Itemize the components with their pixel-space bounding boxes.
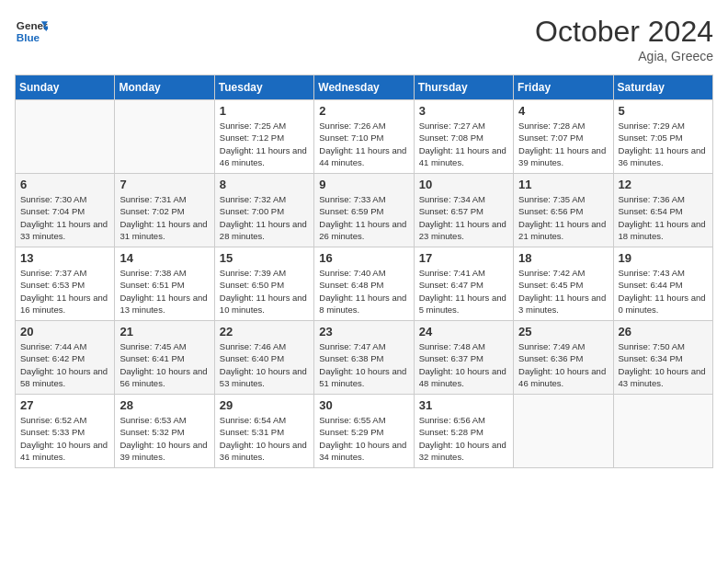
day-header-thursday: Thursday <box>414 75 513 100</box>
day-info: Sunrise: 7:33 AM Sunset: 6:59 PM Dayligh… <box>319 193 408 242</box>
day-number: 16 <box>319 251 408 265</box>
day-cell: 2Sunrise: 7:26 AM Sunset: 7:10 PM Daylig… <box>314 100 414 174</box>
day-info: Sunrise: 7:34 AM Sunset: 6:57 PM Dayligh… <box>419 193 508 242</box>
day-number: 9 <box>319 178 408 191</box>
day-number: 6 <box>20 178 109 191</box>
day-header-wednesday: Wednesday <box>314 75 414 100</box>
day-cell: 10Sunrise: 7:34 AM Sunset: 6:57 PM Dayli… <box>414 174 513 247</box>
day-number: 14 <box>119 251 209 265</box>
day-number: 27 <box>20 398 109 412</box>
day-cell: 30Sunrise: 6:55 AM Sunset: 5:29 PM Dayli… <box>314 395 414 468</box>
day-info: Sunrise: 7:35 AM Sunset: 6:56 PM Dayligh… <box>518 193 608 242</box>
page-header: General Blue October 2024 Agia, Greece <box>15 15 713 63</box>
day-info: Sunrise: 7:44 AM Sunset: 6:42 PM Dayligh… <box>20 340 109 389</box>
day-number: 13 <box>20 251 109 265</box>
day-cell <box>613 395 712 468</box>
day-number: 22 <box>220 325 309 339</box>
day-cell: 12Sunrise: 7:36 AM Sunset: 6:54 PM Dayli… <box>613 174 712 247</box>
day-cell: 28Sunrise: 6:53 AM Sunset: 5:32 PM Dayli… <box>115 395 214 468</box>
day-number: 21 <box>119 325 209 339</box>
day-cell <box>514 395 613 468</box>
day-header-friday: Friday <box>514 75 613 100</box>
day-number: 25 <box>518 325 608 339</box>
day-number: 15 <box>220 251 309 265</box>
day-number: 23 <box>319 325 408 339</box>
day-info: Sunrise: 7:27 AM Sunset: 7:08 PM Dayligh… <box>419 120 508 168</box>
day-info: Sunrise: 7:46 AM Sunset: 6:40 PM Dayligh… <box>220 340 309 389</box>
day-info: Sunrise: 7:38 AM Sunset: 6:51 PM Dayligh… <box>119 267 209 316</box>
day-number: 29 <box>220 398 309 412</box>
day-info: Sunrise: 6:53 AM Sunset: 5:32 PM Dayligh… <box>119 414 209 463</box>
title-block: October 2024 Agia, Greece <box>535 15 713 63</box>
day-number: 4 <box>518 104 608 118</box>
day-number: 19 <box>619 251 708 265</box>
day-number: 26 <box>619 325 708 339</box>
day-info: Sunrise: 7:31 AM Sunset: 7:02 PM Dayligh… <box>119 193 209 242</box>
day-cell: 11Sunrise: 7:35 AM Sunset: 6:56 PM Dayli… <box>514 174 613 247</box>
day-number: 12 <box>619 178 708 191</box>
day-cell: 16Sunrise: 7:40 AM Sunset: 6:48 PM Dayli… <box>314 247 414 321</box>
calendar-table: SundayMondayTuesdayWednesdayThursdayFrid… <box>15 75 713 468</box>
day-number: 17 <box>419 251 508 265</box>
day-info: Sunrise: 7:47 AM Sunset: 6:38 PM Dayligh… <box>319 340 408 389</box>
day-cell: 27Sunrise: 6:52 AM Sunset: 5:33 PM Dayli… <box>16 395 115 468</box>
day-number: 30 <box>319 398 408 412</box>
day-cell: 15Sunrise: 7:39 AM Sunset: 6:50 PM Dayli… <box>214 247 313 321</box>
day-number: 24 <box>419 325 508 339</box>
day-info: Sunrise: 7:42 AM Sunset: 6:45 PM Dayligh… <box>518 267 608 316</box>
day-header-sunday: Sunday <box>16 75 115 100</box>
day-cell: 25Sunrise: 7:49 AM Sunset: 6:36 PM Dayli… <box>514 321 613 395</box>
day-cell: 14Sunrise: 7:38 AM Sunset: 6:51 PM Dayli… <box>115 247 214 321</box>
day-cell: 9Sunrise: 7:33 AM Sunset: 6:59 PM Daylig… <box>314 174 414 247</box>
day-info: Sunrise: 7:30 AM Sunset: 7:04 PM Dayligh… <box>20 193 109 242</box>
day-cell: 23Sunrise: 7:47 AM Sunset: 6:38 PM Dayli… <box>314 321 414 395</box>
day-number: 18 <box>518 251 608 265</box>
day-number: 31 <box>419 398 508 412</box>
day-info: Sunrise: 7:50 AM Sunset: 6:34 PM Dayligh… <box>619 340 708 389</box>
day-number: 2 <box>319 104 408 118</box>
day-info: Sunrise: 6:55 AM Sunset: 5:29 PM Dayligh… <box>319 414 408 463</box>
week-row-2: 6Sunrise: 7:30 AM Sunset: 7:04 PM Daylig… <box>16 174 713 247</box>
day-cell: 20Sunrise: 7:44 AM Sunset: 6:42 PM Dayli… <box>16 321 115 395</box>
day-info: Sunrise: 7:49 AM Sunset: 6:36 PM Dayligh… <box>518 340 608 389</box>
day-info: Sunrise: 7:40 AM Sunset: 6:48 PM Dayligh… <box>319 267 408 316</box>
day-header-saturday: Saturday <box>613 75 712 100</box>
day-number: 10 <box>419 178 508 191</box>
day-info: Sunrise: 7:39 AM Sunset: 6:50 PM Dayligh… <box>220 267 309 316</box>
day-info: Sunrise: 6:52 AM Sunset: 5:33 PM Dayligh… <box>20 414 109 463</box>
day-info: Sunrise: 7:29 AM Sunset: 7:05 PM Dayligh… <box>619 120 708 168</box>
day-info: Sunrise: 7:43 AM Sunset: 6:44 PM Dayligh… <box>619 267 708 316</box>
day-info: Sunrise: 7:32 AM Sunset: 7:00 PM Dayligh… <box>220 193 309 242</box>
day-cell: 8Sunrise: 7:32 AM Sunset: 7:00 PM Daylig… <box>214 174 313 247</box>
calendar-header-row: SundayMondayTuesdayWednesdayThursdayFrid… <box>16 75 713 100</box>
day-header-tuesday: Tuesday <box>214 75 313 100</box>
week-row-5: 27Sunrise: 6:52 AM Sunset: 5:33 PM Dayli… <box>16 395 713 468</box>
day-info: Sunrise: 7:26 AM Sunset: 7:10 PM Dayligh… <box>319 120 408 168</box>
day-cell: 1Sunrise: 7:25 AM Sunset: 7:12 PM Daylig… <box>214 100 313 174</box>
location: Agia, Greece <box>535 49 713 63</box>
day-info: Sunrise: 7:25 AM Sunset: 7:12 PM Dayligh… <box>220 120 309 168</box>
day-cell: 31Sunrise: 6:56 AM Sunset: 5:28 PM Dayli… <box>414 395 513 468</box>
day-cell: 22Sunrise: 7:46 AM Sunset: 6:40 PM Dayli… <box>214 321 313 395</box>
week-row-1: 1Sunrise: 7:25 AM Sunset: 7:12 PM Daylig… <box>16 100 713 174</box>
day-number: 28 <box>119 398 209 412</box>
day-info: Sunrise: 6:54 AM Sunset: 5:31 PM Dayligh… <box>220 414 309 463</box>
svg-text:General: General <box>17 19 48 31</box>
day-cell: 3Sunrise: 7:27 AM Sunset: 7:08 PM Daylig… <box>414 100 513 174</box>
day-info: Sunrise: 7:36 AM Sunset: 6:54 PM Dayligh… <box>619 193 708 242</box>
day-cell: 18Sunrise: 7:42 AM Sunset: 6:45 PM Dayli… <box>514 247 613 321</box>
day-cell <box>115 100 214 174</box>
svg-text:Blue: Blue <box>17 31 40 43</box>
day-header-monday: Monday <box>115 75 214 100</box>
logo: General Blue <box>15 15 48 48</box>
day-cell: 26Sunrise: 7:50 AM Sunset: 6:34 PM Dayli… <box>613 321 712 395</box>
day-cell: 24Sunrise: 7:48 AM Sunset: 6:37 PM Dayli… <box>414 321 513 395</box>
month-title: October 2024 <box>535 15 713 49</box>
day-cell: 17Sunrise: 7:41 AM Sunset: 6:47 PM Dayli… <box>414 247 513 321</box>
day-cell <box>16 100 115 174</box>
week-row-4: 20Sunrise: 7:44 AM Sunset: 6:42 PM Dayli… <box>16 321 713 395</box>
day-cell: 7Sunrise: 7:31 AM Sunset: 7:02 PM Daylig… <box>115 174 214 247</box>
day-number: 5 <box>619 104 708 118</box>
day-info: Sunrise: 7:37 AM Sunset: 6:53 PM Dayligh… <box>20 267 109 316</box>
day-cell: 21Sunrise: 7:45 AM Sunset: 6:41 PM Dayli… <box>115 321 214 395</box>
